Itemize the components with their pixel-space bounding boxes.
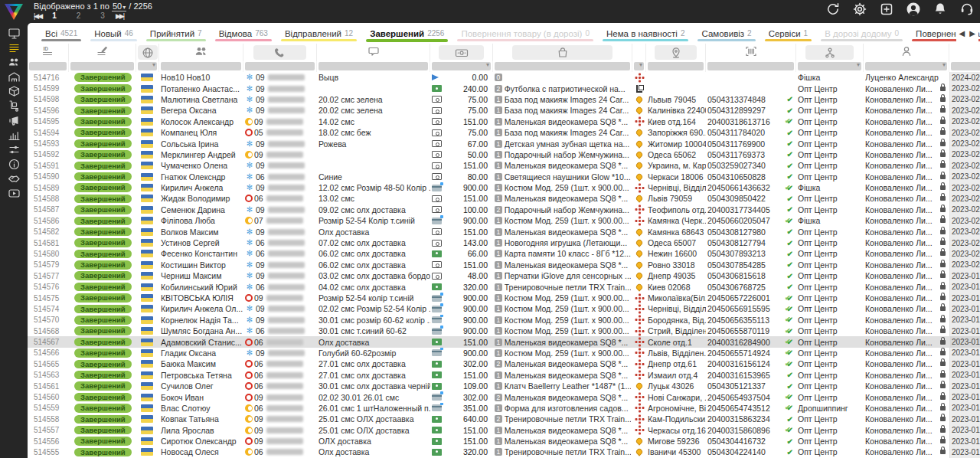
table-row[interactable]: 514587ЗавершенийСеменюк Дарина✻0909.02 с…: [28, 204, 980, 215]
table-row[interactable]: 514560ЗавершенийБокоч Иван0902.02 30.01 …: [28, 391, 980, 402]
table-row[interactable]: 514576ЗавершенийКобилинський Юрий✻0604.0…: [28, 281, 980, 292]
table-row[interactable]: 514591ЗавершенийЧумаченко Олена✻09151.00…: [28, 160, 980, 171]
filter-input[interactable]: [245, 62, 315, 70]
filter-input[interactable]: [318, 62, 428, 70]
filter-input[interactable]: [865, 62, 947, 70]
page-number-button[interactable]: 2: [77, 11, 81, 20]
table-row[interactable]: 514593ЗавершенийСольська Ірина✻09Рожева6…: [28, 138, 980, 149]
filter-input[interactable]: [495, 62, 630, 70]
column-header-status[interactable]: [69, 44, 136, 61]
table-row[interactable]: 514598ЗавершенийМалютина Светлана✻0920.0…: [28, 94, 980, 105]
column-header-country[interactable]: [136, 44, 159, 61]
table-row[interactable]: 514575ЗавершенийКВІТОВСЬКА ЮЛІЯ09Розмір …: [28, 293, 980, 303]
add-order-button[interactable]: [878, 2, 895, 19]
table-row[interactable]: 514577ЗавершенийЧерниш Максим✻0903.02 см…: [28, 270, 980, 281]
user-avatar-button[interactable]: [905, 2, 922, 19]
filter-input[interactable]: [432, 62, 491, 70]
filter-input[interactable]: [648, 62, 704, 70]
last-page-button[interactable]: ▶▶|: [116, 12, 123, 20]
table-row[interactable]: 514561ЗавершенийСучилов Олег0630.01 смс …: [28, 381, 980, 391]
status-tab[interactable]: Новый46: [86, 23, 142, 44]
status-tab[interactable]: Відмова763: [211, 23, 276, 44]
column-header-delivery-point[interactable]: [632, 44, 646, 61]
table-row[interactable]: 514574ЗавершенийКирилич Анжела Ол...✻090…: [28, 303, 980, 314]
table-row[interactable]: 514555ЗавершенийНовосад Олеся06Олх доста…: [28, 447, 980, 457]
table-row[interactable]: 514557ЗавершенийЛила Ярослав0925.01 смс …: [28, 425, 980, 436]
table-row[interactable]: 514563ЗавершенийПетровська Тетяна0627.01…: [28, 370, 980, 381]
table-row[interactable]: 514590ЗавершенийГнатюк Олексндр✻06Синие8…: [28, 172, 980, 182]
status-tab[interactable]: Повернення товару (в дорозі)0: [452, 23, 598, 44]
table-row[interactable]: 514589ЗавершенийКирилич Анжела✻0912.02 с…: [28, 182, 980, 193]
app-logo-icon[interactable]: [5, 4, 23, 20]
refresh-button[interactable]: [825, 2, 841, 19]
sidebar-item-partners-handshake[interactable]: [0, 173, 28, 188]
table-row[interactable]: 514579ЗавершенийКостишин Виктор✻0906.02 …: [28, 260, 980, 270]
filter-input[interactable]: [138, 62, 157, 70]
table-row[interactable]: 514588ЗавершенийЖидак Володимир0613.02 с…: [28, 193, 980, 204]
status-tab[interactable]: Всі4521: [37, 23, 86, 44]
sidebar-item-statistics-chart[interactable]: [0, 129, 28, 144]
settings-gear-button[interactable]: [851, 2, 868, 19]
status-tab[interactable]: Сервіси1: [760, 23, 817, 44]
column-header-products[interactable]: [493, 44, 632, 61]
sidebar-item-dropshipping-handtruck[interactable]: [0, 100, 28, 115]
notifications-bell-button[interactable]: [932, 2, 949, 19]
sidebar-item-dashboard-monitor[interactable]: [0, 28, 28, 42]
filter-input[interactable]: [798, 62, 861, 70]
sidebar-item-orders-list[interactable]: [0, 42, 28, 57]
sidebar-item-video-tutorials[interactable]: [0, 188, 28, 202]
sidebar-item-products-cube[interactable]: [0, 86, 28, 100]
table-row[interactable]: 514599ЗавершенийПотапенко Анастас...✻092…: [28, 83, 980, 93]
table-row[interactable]: 514559ЗавершенийВлас Слотюу0626.01 смс 1…: [28, 403, 980, 414]
sidebar-item-marketing-megaphone[interactable]: [0, 115, 28, 129]
per-page-dropdown[interactable]: 50: [112, 2, 126, 11]
column-header-ttn[interactable]: [706, 44, 796, 61]
column-header-comment[interactable]: [317, 44, 430, 61]
status-tab[interactable]: Завершений2256: [361, 23, 452, 44]
filter-input[interactable]: [634, 62, 644, 70]
status-tab[interactable]: Прийнятий7: [142, 23, 211, 44]
column-header-client[interactable]: [796, 44, 864, 61]
table-row[interactable]: 514594ЗавершенийКомпанец Юля0518.02 смс …: [28, 127, 980, 138]
table-row[interactable]: 514581ЗавершенийУстинов Сергей✻0607.02 с…: [28, 237, 980, 248]
table-row[interactable]: 514566ЗавершенийГладик Оксана✻09Голубий …: [28, 348, 980, 358]
status-tab[interactable]: Нема в наявності2: [598, 23, 693, 44]
page-number-button[interactable]: 1: [52, 11, 57, 20]
sidebar-item-settings-sliders[interactable]: [0, 144, 28, 159]
table-row[interactable]: 514716ЗавершенийНов10 Нов10✻09Выцв0.000Ф…: [28, 72, 980, 83]
filter-input[interactable]: [707, 62, 794, 70]
sidebar-item-warehouse[interactable]: [0, 71, 28, 86]
page-number-button[interactable]: 3: [100, 11, 105, 20]
status-tab[interactable]: Самовивіз2: [693, 23, 760, 44]
sidebar-item-info[interactable]: [0, 159, 28, 173]
tab-scroll-left-icon[interactable]: ◀: [959, 29, 965, 38]
filter-input[interactable]: [70, 62, 134, 70]
table-row[interactable]: 514582ЗавершенийВолков Максим✻09Олх дост…: [28, 226, 980, 237]
table-row[interactable]: 514565ЗавершенийБаюка Максим0627.01 смс …: [28, 358, 980, 369]
table-row[interactable]: 514567ЗавершенийАдамовский Станис...06Ол…: [28, 336, 980, 347]
table-row[interactable]: 514592ЗавершенийМерклингер Андрей0950.00…: [28, 149, 980, 160]
first-page-button[interactable]: |◀◀: [34, 12, 41, 20]
column-header-id[interactable]: ID: [28, 44, 69, 61]
table-row[interactable]: 514558ЗавершенийКовпак Татьяна0925.01 см…: [28, 414, 980, 424]
sidebar-item-clients-people[interactable]: [0, 57, 28, 71]
filter-input[interactable]: [951, 62, 980, 70]
table-row[interactable]: 514596ЗавершенийВегера Оксана✻0920.02 см…: [28, 105, 980, 116]
table-row[interactable]: 514556ЗавершенийСиротюк Олександр09ОЛХ д…: [28, 436, 980, 447]
column-header-manager[interactable]: [864, 44, 949, 61]
column-header-payment[interactable]: [430, 44, 493, 61]
column-header-date[interactable]: [949, 44, 980, 61]
status-tab[interactable]: В дорозі додому0: [816, 23, 907, 44]
column-header-city[interactable]: [646, 44, 706, 61]
status-tab[interactable]: Відправлений12: [276, 23, 361, 44]
table-row[interactable]: 514580ЗавершенийФесенко Константин✻0606.…: [28, 248, 980, 259]
column-header-phone[interactable]: [243, 44, 317, 61]
table-row[interactable]: 514568ЗавершенийШумляс Богдана Ан...✻063…: [28, 326, 980, 336]
table-row[interactable]: 514595ЗавершенийКолосок Александр0914.02…: [28, 116, 980, 127]
column-header-customer[interactable]: [159, 44, 243, 61]
table-row[interactable]: 514586ЗавершенийФіліпова Люба07Розмір 52…: [28, 215, 980, 226]
filter-input[interactable]: [161, 62, 241, 70]
support-headset-button[interactable]: [959, 2, 975, 19]
tab-scroll-right-icon[interactable]: ▶: [969, 29, 975, 38]
table-row[interactable]: 514570ЗавершенийКорнелюк Надія Та...✻093…: [28, 315, 980, 326]
